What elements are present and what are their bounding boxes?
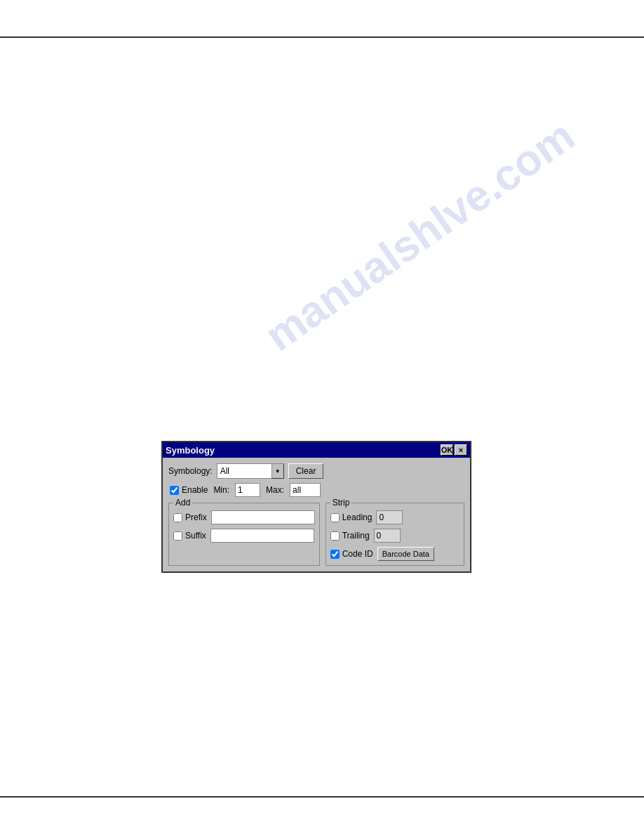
symbology-dialog: Symbology OK × Symbology: All Code 39 Co… (161, 441, 471, 573)
title-bar: Symbology OK × (163, 442, 470, 458)
leading-label: Leading (342, 512, 373, 522)
add-group: Add Prefix Suffix (168, 503, 320, 566)
prefix-checkbox[interactable] (173, 513, 182, 522)
suffix-checkbox-label[interactable]: Suffix (173, 531, 206, 541)
close-button[interactable]: × (455, 444, 467, 456)
dropdown-arrow-icon[interactable]: ▼ (271, 463, 284, 479)
bottom-rule (0, 796, 644, 797)
barcode-data-button[interactable]: Barcode Data (377, 547, 434, 561)
dialog-wrapper: Symbology OK × Symbology: All Code 39 Co… (161, 441, 471, 573)
min-input[interactable] (235, 483, 260, 497)
code-id-row: Code ID Barcode Data (330, 547, 459, 561)
trailing-input[interactable] (374, 529, 401, 543)
dialog-title: Symbology (166, 445, 215, 456)
enable-checkbox[interactable] (170, 486, 179, 495)
trailing-checkbox-label[interactable]: Trailing (330, 531, 370, 541)
add-group-label: Add (173, 498, 192, 508)
watermark: manualshlve.com (255, 110, 583, 361)
code-id-label: Code ID (342, 549, 373, 559)
suffix-label: Suffix (185, 531, 206, 541)
strip-group: Strip Leading Trailing (326, 503, 464, 566)
code-id-checkbox[interactable] (330, 550, 340, 559)
suffix-input[interactable] (210, 529, 314, 543)
enable-checkbox-label[interactable]: Enable (170, 485, 208, 495)
code-id-checkbox-label[interactable]: Code ID (330, 549, 373, 559)
symbology-row: Symbology: All Code 39 Code 128 EAN UPC … (168, 463, 464, 479)
trailing-checkbox[interactable] (330, 531, 340, 541)
prefix-label: Prefix (185, 512, 207, 522)
dialog-content: Symbology: All Code 39 Code 128 EAN UPC … (163, 458, 470, 571)
ok-button[interactable]: OK (441, 444, 453, 456)
symbology-label: Symbology: (168, 466, 213, 476)
top-rule (0, 37, 644, 38)
enable-row: Enable Min: Max: (168, 483, 464, 497)
trailing-row: Trailing (330, 529, 459, 543)
max-label: Max: (266, 485, 284, 495)
suffix-checkbox[interactable] (173, 531, 182, 541)
prefix-input[interactable] (211, 510, 315, 524)
trailing-label: Trailing (342, 531, 370, 541)
enable-label: Enable (182, 485, 208, 495)
min-label: Min: (213, 485, 229, 495)
leading-row: Leading (330, 510, 459, 524)
symbology-select[interactable]: All Code 39 Code 128 EAN UPC QR Code (217, 463, 271, 479)
prefix-row: Prefix (173, 510, 315, 524)
symbology-dropdown-wrapper: All Code 39 Code 128 EAN UPC QR Code ▼ (217, 463, 284, 479)
leading-checkbox[interactable] (330, 513, 340, 522)
prefix-checkbox-label[interactable]: Prefix (173, 512, 207, 522)
max-input[interactable] (290, 483, 321, 497)
leading-checkbox-label[interactable]: Leading (330, 512, 373, 522)
clear-button[interactable]: Clear (288, 463, 324, 479)
strip-group-label: Strip (330, 498, 352, 508)
suffix-row: Suffix (173, 529, 315, 543)
leading-input[interactable] (376, 510, 403, 524)
title-bar-buttons: OK × (441, 444, 467, 456)
two-col: Add Prefix Suffix (168, 503, 464, 566)
